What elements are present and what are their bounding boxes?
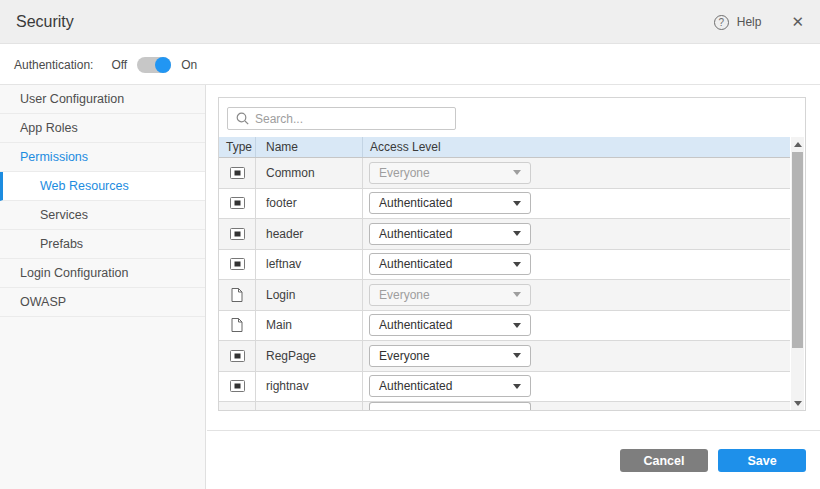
sidebar-item-services[interactable]: Services	[0, 201, 205, 230]
table-header: Type Name Access Level	[219, 137, 790, 158]
column-header-name: Name	[256, 137, 363, 157]
access-level-select[interactable]: Authenticated	[369, 375, 531, 397]
access-cell: Everyone	[363, 280, 790, 310]
truncated-table-row	[219, 402, 790, 410]
access-level-select[interactable]: Everyone	[369, 162, 531, 184]
page-icon	[231, 318, 243, 332]
sidebar-item-user-configuration[interactable]: User Configuration	[0, 85, 205, 114]
search-input[interactable]	[255, 112, 447, 126]
access-cell: Authenticated	[363, 372, 790, 402]
sidebar-item-label: App Roles	[20, 121, 78, 135]
name-cell: RegPage	[256, 341, 363, 371]
partial-icon	[230, 258, 245, 270]
search-icon	[236, 112, 249, 125]
type-cell	[219, 311, 256, 341]
title-bar-actions: ? Help ✕	[714, 0, 804, 44]
search-box[interactable]	[227, 107, 456, 130]
sidebar-item-web-resources[interactable]: Web Resources	[0, 172, 205, 201]
name-cell: leftnav	[256, 250, 363, 280]
chevron-down-icon	[513, 353, 521, 358]
chevron-down-icon	[513, 384, 521, 389]
toggle-off-label: Off	[111, 58, 127, 72]
chevron-down-icon	[513, 231, 521, 236]
table-row: footer Authenticated	[219, 189, 790, 220]
type-cell	[219, 189, 256, 219]
table-row: header Authenticated	[219, 219, 790, 250]
sidebar-item-app-roles[interactable]: App Roles	[0, 114, 205, 143]
table-row: Main Authenticated	[219, 311, 790, 342]
access-level-value: Everyone	[379, 349, 430, 363]
name-cell: footer	[256, 189, 363, 219]
sidebar-item-prefabs[interactable]: Prefabs	[0, 230, 205, 259]
close-icon[interactable]: ✕	[791, 13, 804, 31]
access-cell: Authenticated	[363, 311, 790, 341]
partial-icon	[230, 228, 245, 240]
access-level-select[interactable]: Everyone	[369, 345, 531, 367]
name-cell: Common	[256, 158, 363, 188]
access-level-value: Everyone	[379, 166, 430, 180]
help-icon[interactable]: ?	[714, 15, 729, 30]
chevron-down-icon	[513, 292, 521, 297]
sidebar-item-permissions[interactable]: Permissions	[0, 143, 205, 172]
toggle-knob	[155, 57, 171, 73]
name-cell: header	[256, 219, 363, 249]
column-header-access-level: Access Level	[363, 137, 790, 157]
access-level-select[interactable]: Authenticated	[369, 223, 531, 245]
toggle-on-label: On	[181, 58, 197, 72]
sidebar-item-label: Web Resources	[40, 179, 129, 193]
access-level-value: Authenticated	[379, 257, 452, 271]
table-row: rightnav Authenticated	[219, 372, 790, 403]
type-cell	[219, 250, 256, 280]
save-button[interactable]: Save	[718, 449, 806, 472]
authentication-toggle[interactable]	[137, 57, 171, 73]
partial-icon	[230, 350, 245, 362]
access-level-select[interactable]: Authenticated	[369, 314, 531, 336]
sidebar-item-login-configuration[interactable]: Login Configuration	[0, 259, 205, 288]
authentication-bar: Authentication: Off On	[0, 45, 820, 85]
type-cell	[219, 219, 256, 249]
access-level-select[interactable]: Authenticated	[369, 192, 531, 214]
access-level-value: Authenticated	[379, 227, 452, 241]
resource-name: Main	[266, 318, 292, 332]
table-body: Common Everyone footer	[219, 158, 790, 410]
scrollbar-thumb[interactable]	[792, 152, 803, 348]
sidebar-item-owasp[interactable]: OWASP	[0, 288, 205, 317]
access-cell: Authenticated	[363, 189, 790, 219]
access-level-value: Authenticated	[379, 379, 452, 393]
chevron-down-icon	[513, 323, 521, 328]
title-bar: Security ? Help ✕	[0, 0, 820, 44]
type-cell	[219, 341, 256, 371]
help-link[interactable]: Help	[737, 15, 762, 29]
scroll-down-icon[interactable]	[791, 397, 804, 409]
scroll-up-icon[interactable]	[791, 138, 804, 150]
table-row: leftnav Authenticated	[219, 250, 790, 281]
permissions-table: Type Name Access Level Common	[219, 137, 790, 410]
page-title: Security	[16, 13, 74, 31]
sidebar-item-label: Services	[40, 208, 88, 222]
name-cell: rightnav	[256, 372, 363, 402]
sidebar-item-label: User Configuration	[20, 92, 124, 106]
sidebar-item-label: Prefabs	[40, 237, 83, 251]
chevron-down-icon	[513, 170, 521, 175]
type-cell	[219, 372, 256, 402]
cancel-button[interactable]: Cancel	[620, 449, 708, 472]
sidebar-item-label: Permissions	[20, 150, 88, 164]
type-cell	[219, 280, 256, 310]
access-cell: Authenticated	[363, 250, 790, 280]
access-level-value: Authenticated	[379, 318, 452, 332]
resource-name: footer	[266, 196, 297, 210]
access-cell: Everyone	[363, 158, 790, 188]
vertical-scrollbar[interactable]	[791, 137, 804, 410]
resource-name: leftnav	[266, 257, 301, 271]
access-level-select[interactable]: Everyone	[369, 284, 531, 306]
footer-divider	[207, 430, 820, 431]
resource-name: Login	[266, 288, 295, 302]
security-window: Security ? Help ✕ Authentication: Off On…	[0, 0, 820, 489]
access-cell: Everyone	[363, 341, 790, 371]
resource-name: RegPage	[266, 349, 316, 363]
authentication-label: Authentication:	[14, 58, 93, 72]
truncated-access-level-select[interactable]	[369, 402, 531, 410]
access-level-select[interactable]: Authenticated	[369, 253, 531, 275]
resource-name: rightnav	[266, 379, 309, 393]
partial-icon	[230, 197, 245, 209]
